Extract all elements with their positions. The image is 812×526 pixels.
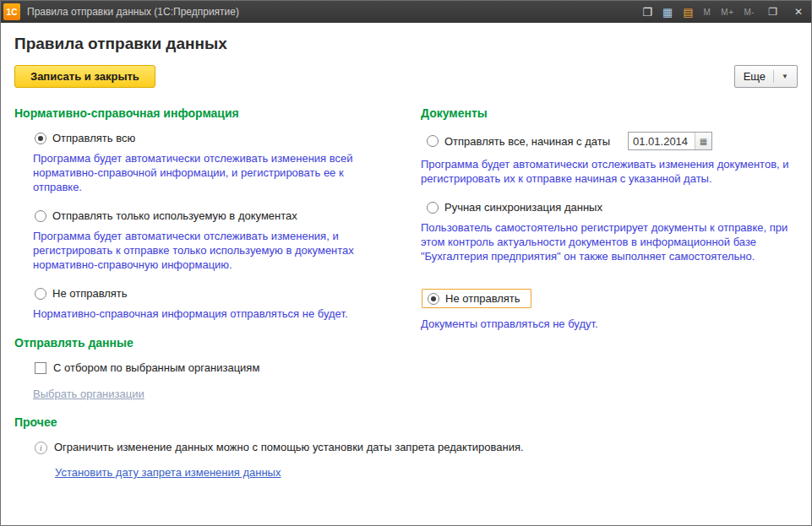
radio-unchecked-icon[interactable] [427,202,439,214]
option-description: Программа будет автоматически отслеживат… [33,151,391,194]
radio-label: Не отправлять [445,292,520,305]
main-window-icon[interactable]: ❐ [642,7,652,18]
option-description: Документы отправляться не будут. [421,317,791,331]
radio-option-send-all-nsi[interactable]: Отправлять всю [35,132,407,144]
other-heading: Прочее [14,415,798,429]
toolbar: Записать и закрыть Еще ▼ [14,65,798,88]
radio-option-dont-send-docs[interactable]: Не отправлять [422,289,531,308]
titlebar: 1С Правила отправки данных (1С:Предприят… [1,1,811,23]
send-data-heading: Отправлять данные [14,336,407,350]
radio-label: Отправлять всю [52,132,135,144]
start-date-input[interactable] [629,135,695,148]
documents-column: Документы Отправлять все, начиная с даты… [421,96,798,405]
info-row: i Ограничить изменение данных можно с по… [35,441,798,454]
radio-unchecked-icon[interactable] [35,210,46,222]
radio-option-send-used-nsi[interactable]: Отправлять только используемую в докумен… [35,209,407,222]
radio-label: Ручная синхронизация данных [444,201,602,214]
info-icon: i [35,442,47,454]
radio-checked-icon[interactable] [35,133,46,144]
button-separator [773,70,774,83]
radio-label: Отправлять только используемую в докумен… [52,209,297,222]
window-title: Правила отправки данных (1С:Предприятие) [27,6,642,18]
memory-m-minus-button[interactable]: М- [744,8,755,17]
radio-unchecked-icon[interactable] [35,288,46,300]
option-description: Пользователь самостоятельно регистрирует… [421,220,791,263]
set-edit-ban-date-link[interactable]: Установить дату запрета изменения данных [55,466,281,479]
documents-heading: Документы [421,106,798,120]
radio-unchecked-icon[interactable] [427,135,439,147]
calendar-picker-button[interactable]: ▦ [695,133,711,149]
date-field-group: ▦ [628,132,712,150]
other-section: Прочее i Ограничить изменение данных мож… [14,415,798,480]
radio-option-manual-sync[interactable]: Ручная синхронизация данных [427,201,798,214]
info-text: Ограничить изменение данных можно с помо… [54,441,524,453]
radio-checked-icon[interactable] [428,293,439,305]
titlebar-icons: ❐ ▦ ▤ М М+ М- ❐ ✕ [642,4,806,19]
more-button-label: Еще [744,70,766,83]
memory-m-button[interactable]: М [703,8,711,17]
org-filter-checkbox-row[interactable]: С отбором по выбранным организациям [35,361,407,374]
maximize-button[interactable]: ❐ [765,4,781,19]
radio-option-send-docs-from-date[interactable]: Отправлять все, начиная с даты ▦ [427,132,798,150]
calendar-icon[interactable]: ▤ [683,7,693,18]
nsi-heading: Нормативно-справочная информация [14,106,407,120]
option-description: Нормативно-справочная информация отправл… [33,306,391,321]
calculator-icon[interactable]: ▦ [662,7,673,18]
radio-option-dont-send-nsi[interactable]: Не отправлять [35,287,407,300]
nsi-column: Нормативно-справочная информация Отправл… [14,96,407,405]
chevron-down-icon: ▼ [782,73,788,80]
checkbox-unchecked-icon[interactable] [35,362,46,374]
form-content: Правила отправки данных Записать и закры… [1,23,811,525]
app-window: 1С Правила отправки данных (1С:Предприят… [0,0,812,526]
option-description: Программа будет автоматически отслеживат… [33,229,391,272]
1c-logo-icon: 1С [3,3,20,20]
option-description: Программа будет автоматически отслеживат… [421,157,791,186]
memory-m-plus-button[interactable]: М+ [721,8,733,17]
more-button[interactable]: Еще ▼ [734,65,798,88]
save-close-button[interactable]: Записать и закрыть [14,65,155,88]
checkbox-label: С отбором по выбранным организациям [53,361,259,374]
page-title: Правила отправки данных [14,35,798,53]
radio-label: Отправлять все, начиная с даты [444,135,610,148]
close-button[interactable]: ✕ [791,4,806,19]
select-organizations-link[interactable]: Выбрать организации [33,388,144,400]
radio-label: Не отправлять [52,287,128,300]
